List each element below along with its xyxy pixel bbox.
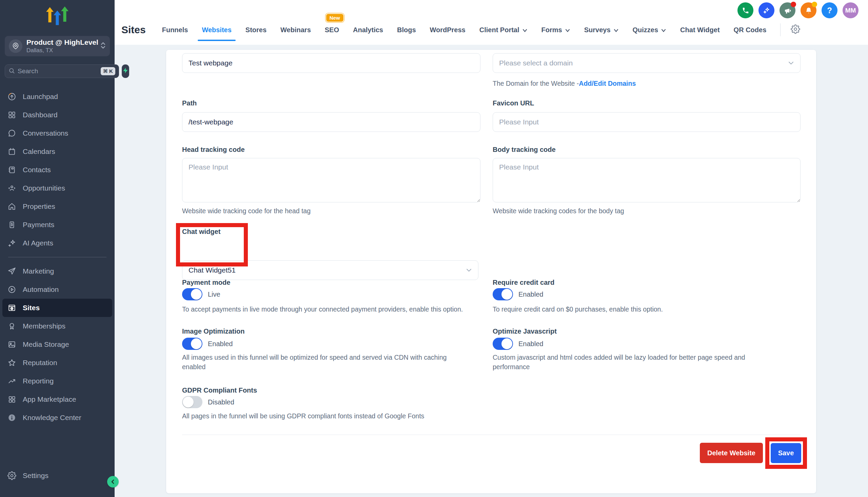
website-name-input[interactable] bbox=[182, 53, 481, 73]
tab-quizzes[interactable]: Quizzes bbox=[633, 26, 667, 34]
tab-wordpress[interactable]: WordPress bbox=[430, 26, 466, 34]
sidebar-item-reporting[interactable]: Reporting bbox=[2, 372, 112, 390]
header-nav: Sites Funnels Websites Stores Webinars N… bbox=[122, 20, 800, 40]
payment-mode-toggle[interactable] bbox=[182, 288, 202, 300]
website-settings-card: Please select a domain The Domain for th… bbox=[166, 50, 816, 493]
sidebar-item-app-marketplace[interactable]: App Marketplace bbox=[2, 390, 112, 409]
sidebar-item-media-storage[interactable]: Media Storage bbox=[2, 335, 112, 354]
save-button[interactable]: Save bbox=[771, 443, 801, 463]
chevron-down-icon bbox=[661, 28, 666, 32]
tab-surveys[interactable]: Surveys bbox=[584, 26, 619, 34]
tab-stores[interactable]: Stores bbox=[245, 26, 267, 34]
require-cc-state: Enabled bbox=[518, 290, 543, 298]
account-name: Product @ HighLevel bbox=[26, 38, 100, 46]
notifications-button[interactable] bbox=[800, 2, 816, 18]
sidebar-item-dashboard[interactable]: Dashboard bbox=[2, 106, 112, 124]
phone-button[interactable] bbox=[738, 2, 753, 18]
add-edit-domains-link[interactable]: Add/Edit Domains bbox=[579, 80, 636, 87]
tab-forms[interactable]: Forms bbox=[541, 26, 570, 34]
gdpr-toggle[interactable] bbox=[182, 396, 202, 408]
megaphone-icon bbox=[784, 6, 792, 15]
card-divider bbox=[182, 435, 800, 435]
path-input[interactable] bbox=[182, 112, 481, 132]
gdpr-state: Disabled bbox=[208, 398, 234, 406]
sidebar-item-payments[interactable]: Payments bbox=[2, 216, 112, 234]
sidebar-item-memberships[interactable]: Memberships bbox=[2, 317, 112, 335]
sidebar-item-sites[interactable]: Sites bbox=[2, 299, 112, 317]
sparkles-icon bbox=[763, 6, 771, 15]
tab-blogs[interactable]: Blogs bbox=[397, 26, 416, 34]
highlevel-logo-icon bbox=[0, 6, 115, 26]
location-pin-icon bbox=[9, 39, 23, 53]
sidebar-item-launchpad[interactable]: Launchpad bbox=[2, 87, 112, 106]
favicon-input[interactable] bbox=[493, 112, 800, 132]
tab-funnels[interactable]: Funnels bbox=[162, 26, 188, 34]
tab-websites[interactable]: Websites bbox=[202, 26, 231, 34]
tab-webinars[interactable]: Webinars bbox=[281, 26, 311, 34]
optimize-js-help: Custom javascript and html codes added w… bbox=[493, 353, 774, 372]
head-tracking-label: Head tracking code bbox=[182, 146, 245, 154]
settings-gear-icon[interactable] bbox=[791, 25, 800, 36]
app-root: Product @ HighLevel Dallas, TX ⌘ K bbox=[0, 0, 868, 497]
bell-icon bbox=[805, 6, 813, 15]
account-location: Dallas, TX bbox=[26, 47, 100, 54]
announcements-button[interactable] bbox=[780, 2, 795, 18]
payment-mode-help: To accept payments in live mode through … bbox=[182, 304, 487, 314]
sidebar: Product @ HighLevel Dallas, TX ⌘ K bbox=[0, 0, 115, 497]
tab-qr-codes[interactable]: QR Codes bbox=[734, 26, 767, 34]
tab-analytics[interactable]: Analytics bbox=[353, 26, 383, 34]
header-divider bbox=[780, 24, 781, 36]
help-button[interactable]: ? bbox=[822, 2, 838, 18]
sidebar-collapse-button[interactable] bbox=[107, 476, 119, 487]
chat-widget-select[interactable]: Chat Widget51 bbox=[182, 260, 479, 280]
body-tracking-help: Website wide tracking codes for the body… bbox=[493, 206, 624, 216]
sidebar-item-settings[interactable]: Settings bbox=[2, 467, 112, 485]
path-label: Path bbox=[182, 99, 197, 107]
body-tracking-label: Body tracking code bbox=[493, 146, 556, 154]
chevron-down-icon bbox=[565, 28, 570, 32]
sidebar-item-marketing[interactable]: Marketing bbox=[2, 262, 112, 280]
phone-icon bbox=[742, 7, 749, 14]
sidebar-item-knowledge-center[interactable]: Knowledge Center bbox=[2, 409, 112, 427]
notification-dot bbox=[791, 2, 796, 7]
body-tracking-textarea[interactable] bbox=[493, 158, 800, 202]
sidebar-item-contacts[interactable]: Contacts bbox=[2, 161, 112, 179]
new-badge: New bbox=[326, 13, 344, 23]
chevron-up-down-icon bbox=[100, 41, 106, 51]
tab-chat-widget[interactable]: Chat Widget bbox=[680, 26, 720, 34]
search-box[interactable]: ⌘ K bbox=[5, 65, 119, 78]
chevron-down-icon bbox=[466, 268, 472, 272]
sidebar-divider bbox=[8, 257, 106, 257]
optimize-js-toggle[interactable] bbox=[493, 338, 513, 350]
header: ? MM Sites Funnels Websites Stores Webin… bbox=[115, 0, 868, 45]
account-switcher[interactable]: Product @ HighLevel Dallas, TX bbox=[5, 36, 110, 56]
sidebar-item-ai-agents[interactable]: AI Agents bbox=[2, 234, 112, 252]
sidebar-item-automation[interactable]: Automation bbox=[2, 280, 112, 299]
sidebar-item-opportunities[interactable]: Opportunities bbox=[2, 179, 112, 197]
user-avatar[interactable]: MM bbox=[842, 2, 858, 18]
sidebar-item-conversations[interactable]: Conversations bbox=[2, 124, 112, 142]
search-input[interactable] bbox=[18, 68, 101, 75]
delete-website-button[interactable]: Delete Website bbox=[700, 443, 763, 463]
require-cc-toggle[interactable] bbox=[493, 288, 513, 300]
gdpr-label: GDPR Compliant Fonts bbox=[182, 386, 257, 394]
payment-mode-label: Payment mode bbox=[182, 279, 230, 286]
chevron-down-icon bbox=[788, 61, 794, 65]
sidebar-item-properties[interactable]: Properties bbox=[2, 197, 112, 216]
copilot-button[interactable] bbox=[758, 2, 774, 18]
optimize-js-label: Optimize Javascript bbox=[493, 327, 557, 335]
sidebar-item-calendars[interactable]: Calendars bbox=[2, 142, 112, 161]
chevron-down-icon bbox=[522, 28, 528, 32]
chevron-down-icon bbox=[613, 28, 619, 32]
tab-client-portal[interactable]: Client Portal bbox=[480, 26, 528, 34]
ai-assistant-button[interactable] bbox=[122, 65, 129, 78]
lightning-bolt-icon bbox=[122, 67, 129, 75]
head-tracking-textarea[interactable] bbox=[182, 158, 481, 202]
page-title: Sites bbox=[122, 24, 146, 36]
tab-seo[interactable]: New SEO bbox=[325, 26, 339, 34]
domain-select[interactable]: Please select a domain bbox=[493, 53, 800, 73]
search-icon bbox=[9, 68, 15, 75]
image-opt-toggle[interactable] bbox=[182, 338, 202, 350]
sidebar-nav: Launchpad Dashboard Conversations Ca bbox=[0, 87, 115, 427]
sidebar-item-reputation[interactable]: Reputation bbox=[2, 354, 112, 372]
